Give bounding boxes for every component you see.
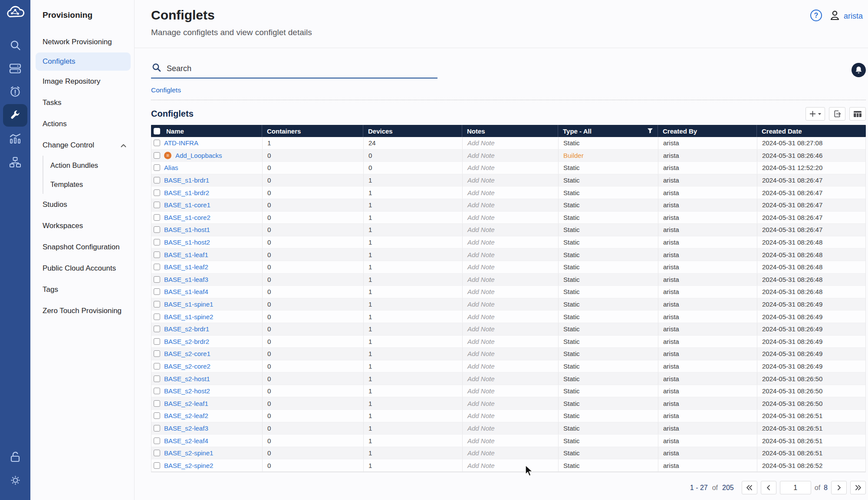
add-note-placeholder[interactable]: Add Note [467, 375, 495, 382]
configlet-link[interactable]: BASE_s2-core1 [164, 350, 210, 357]
row-checkbox[interactable] [154, 252, 160, 258]
configlet-link[interactable]: BASE_s1-core2 [164, 214, 210, 221]
table-row[interactable]: BASE_s2-leaf201Add NoteStaticarista2024-… [151, 410, 865, 422]
col-containers[interactable]: Containers [262, 125, 363, 137]
add-note-placeholder[interactable]: Add Note [467, 387, 495, 395]
notes-cell[interactable]: Add Note [463, 422, 559, 435]
add-note-placeholder[interactable]: Add Note [467, 400, 495, 407]
sidebar-item-workspaces[interactable]: Workspaces [30, 215, 134, 236]
row-checkbox[interactable] [154, 326, 160, 332]
add-note-placeholder[interactable]: Add Note [467, 214, 495, 221]
row-checkbox[interactable] [154, 450, 160, 456]
table-row[interactable]: ATD-INFRA124Add NoteStaticarista2024-05-… [151, 137, 865, 150]
table-row[interactable]: BASE_s2-core201Add NoteStaticarista2024-… [151, 360, 865, 373]
row-checkbox[interactable] [154, 350, 160, 357]
col-created-date[interactable]: Created Date [757, 125, 866, 137]
row-checkbox[interactable] [154, 226, 160, 233]
table-row[interactable]: BASE_s2-core101Add NoteStaticarista2024-… [151, 348, 865, 360]
col-name[interactable]: Name [166, 127, 184, 135]
table-row[interactable]: BASE_s1-core201Add NoteStaticarista2024-… [151, 212, 865, 224]
sidebar-item-tags[interactable]: Tags [30, 279, 134, 300]
add-note-placeholder[interactable]: Add Note [467, 288, 495, 295]
add-note-placeholder[interactable]: Add Note [467, 425, 495, 432]
notes-cell[interactable]: Add Note [463, 248, 559, 261]
table-row[interactable]: ≡Add_Loopbacks00Add NoteBuilderarista202… [151, 150, 865, 162]
configlet-link[interactable]: BASE_s2-host1 [164, 375, 210, 382]
configlet-link[interactable]: BASE_s2-brdr1 [164, 325, 209, 333]
configlet-link[interactable]: BASE_s1-leaf1 [164, 251, 208, 258]
add-note-placeholder[interactable]: Add Note [467, 201, 495, 209]
notes-cell[interactable]: Add Note [463, 236, 559, 248]
events-icon[interactable] [3, 81, 27, 103]
sidebar-item-public-cloud-accounts[interactable]: Public Cloud Accounts [30, 258, 134, 279]
add-note-placeholder[interactable]: Add Note [467, 301, 495, 308]
search-input[interactable] [167, 64, 437, 73]
page-number-input[interactable] [780, 481, 811, 494]
add-note-placeholder[interactable]: Add Note [467, 449, 495, 457]
table-row[interactable]: BASE_s1-core101Add NoteStaticarista2024-… [151, 199, 865, 212]
add-note-placeholder[interactable]: Add Note [467, 239, 495, 246]
table-row[interactable]: BASE_s2-leaf301Add NoteStaticarista2024-… [151, 422, 865, 435]
row-checkbox[interactable] [154, 164, 160, 171]
add-note-placeholder[interactable]: Add Note [467, 412, 495, 419]
configlet-link[interactable]: BASE_s1-spine1 [164, 301, 213, 308]
configlet-link[interactable]: BASE_s2-leaf3 [164, 425, 208, 432]
add-note-placeholder[interactable]: Add Note [467, 325, 495, 333]
notes-cell[interactable]: Add Note [463, 410, 559, 422]
notes-cell[interactable]: Add Note [463, 397, 559, 409]
configlet-link[interactable]: BASE_s2-leaf4 [164, 437, 208, 444]
table-row[interactable]: BASE_s1-leaf101Add NoteStaticarista2024-… [151, 248, 865, 261]
add-note-placeholder[interactable]: Add Note [467, 251, 495, 258]
configlet-link[interactable]: Alias [164, 164, 178, 171]
table-row[interactable]: BASE_s1-spine201Add NoteStaticarista2024… [151, 310, 865, 323]
inventory-icon[interactable] [3, 57, 27, 80]
add-note-placeholder[interactable]: Add Note [467, 350, 495, 357]
row-checkbox[interactable] [154, 388, 160, 394]
table-row[interactable]: BASE_s1-host101Add NoteStaticarista2024-… [151, 224, 865, 236]
next-page-button[interactable] [831, 481, 847, 494]
table-row[interactable]: BASE_s2-brdr201Add NoteStaticarista2024-… [151, 336, 865, 348]
row-checkbox[interactable] [154, 438, 160, 444]
notes-cell[interactable]: Add Note [463, 137, 559, 149]
sidebar-item-actions[interactable]: Actions [30, 113, 134, 134]
select-all-checkbox[interactable] [154, 128, 160, 134]
notes-cell[interactable]: Add Note [463, 459, 559, 471]
configlet-link[interactable]: ATD-INFRA [164, 139, 198, 147]
sidebar-item-studios[interactable]: Studios [30, 194, 134, 215]
sidebar-item-snapshot-configuration[interactable]: Snapshot Configuration [30, 236, 134, 258]
row-checkbox[interactable] [154, 239, 160, 245]
filter-icon[interactable] [647, 127, 653, 135]
configlet-link[interactable]: BASE_s1-spine2 [164, 313, 213, 320]
table-row[interactable]: BASE_s1-leaf301Add NoteStaticarista2024-… [151, 274, 865, 286]
configlet-link[interactable]: BASE_s2-host2 [164, 387, 210, 395]
row-checkbox[interactable] [154, 276, 160, 283]
row-checkbox[interactable] [154, 214, 160, 221]
unlock-icon[interactable] [3, 445, 27, 468]
add-note-placeholder[interactable]: Add Note [467, 338, 495, 345]
notes-cell[interactable]: Add Note [463, 385, 559, 397]
add-note-placeholder[interactable]: Add Note [467, 189, 495, 196]
notes-cell[interactable]: Add Note [463, 150, 559, 162]
row-checkbox[interactable] [154, 338, 160, 345]
table-row[interactable]: BASE_s1-brdr201Add NoteStaticarista2024-… [151, 186, 865, 199]
notes-cell[interactable]: Add Note [463, 174, 559, 186]
row-checkbox[interactable] [154, 363, 160, 369]
sidebar-item-configlets[interactable]: Configlets [36, 52, 131, 71]
settings-gear-icon[interactable] [3, 469, 27, 491]
notes-cell[interactable]: Add Note [463, 336, 559, 348]
notifications-bell-icon[interactable] [852, 63, 866, 77]
row-checkbox[interactable] [154, 140, 160, 146]
row-checkbox[interactable] [154, 202, 160, 208]
table-row[interactable]: BASE_s1-host201Add NoteStaticarista2024-… [151, 236, 865, 249]
configlet-link[interactable]: BASE_s2-brdr2 [164, 338, 209, 345]
search-rail-icon[interactable] [3, 34, 27, 56]
configlet-link[interactable]: BASE_s1-brdr1 [164, 176, 209, 184]
add-note-placeholder[interactable]: Add Note [467, 226, 495, 233]
col-created-by[interactable]: Created By [658, 125, 757, 137]
table-row[interactable]: Alias00Add NoteStaticarista2024-05-31 12… [151, 162, 865, 174]
dashboards-icon[interactable] [3, 127, 27, 150]
notes-cell[interactable]: Add Note [463, 323, 559, 335]
sidebar-item-image-repository[interactable]: Image Repository [30, 71, 134, 92]
notes-cell[interactable]: Add Note [463, 310, 559, 323]
table-row[interactable]: BASE_s2-leaf401Add NoteStaticarista2024-… [151, 435, 865, 447]
